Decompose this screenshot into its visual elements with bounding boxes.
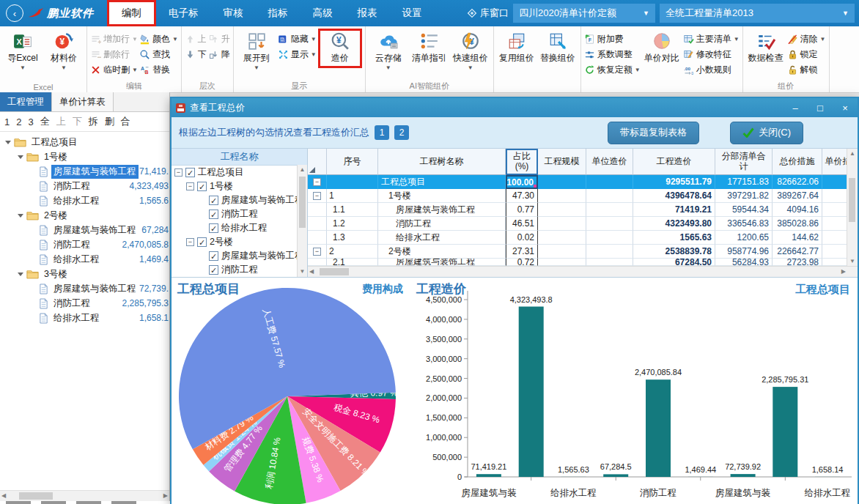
tree-toolbar-button[interactable]: 全: [40, 115, 50, 128]
checkbox[interactable]: ✓: [197, 182, 207, 191]
cell-fill-handle[interactable]: [534, 185, 537, 188]
tree-item[interactable]: 房屋建筑与装饰工程72,739.: [0, 281, 169, 296]
titlebar-tab-0[interactable]: 编制: [107, 0, 156, 26]
table-vscrollbar[interactable]: ▲▼: [847, 149, 858, 267]
decimal-rule-button[interactable]: .000小数规则: [683, 63, 740, 76]
table-row[interactable]: 1.2消防工程46.514323493.80336546.83385028.86: [308, 217, 858, 231]
checkbox[interactable]: ✓: [209, 251, 218, 261]
expand-chevron-icon[interactable]: [5, 141, 11, 144]
expand-to-button[interactable]: 展开到▼: [237, 29, 276, 70]
tree-vscrollbar[interactable]: ▲▼: [297, 165, 307, 277]
tree-toolbar-button[interactable]: 3: [28, 116, 33, 127]
tree-toolbar-button[interactable]: 拆: [89, 115, 98, 128]
table-row[interactable]: 1.3给排水工程0.021565.631200.65144.62: [308, 231, 858, 245]
cost-button[interactable]: ¥造价: [318, 29, 362, 68]
up-button[interactable]: 上: [185, 32, 207, 45]
tree-item[interactable]: 给排水工程1,658.1: [0, 311, 169, 325]
titlebar-tab-4[interactable]: 高级: [301, 0, 345, 26]
dialog-tree-item[interactable]: ✓房屋建筑与装饰工程: [172, 249, 307, 263]
promote-button[interactable]: 升: [208, 32, 230, 45]
add-row-button[interactable]: 增加行▼: [90, 32, 138, 45]
show-button[interactable]: 显示▼: [278, 48, 317, 61]
main-list-button[interactable]: 主要清单▼: [683, 32, 740, 45]
close-dialog-button[interactable]: 关闭(C): [730, 122, 803, 144]
dialog-tree-item[interactable]: ✓给排水工程: [172, 221, 307, 235]
expand-collapse-icon[interactable]: −: [313, 192, 321, 200]
bar[interactable]: [603, 474, 628, 477]
tree-item[interactable]: 给排水工程1,469.4: [0, 252, 169, 267]
scrollbar-thumb[interactable]: [849, 178, 855, 222]
titlebar-tab-2[interactable]: 审核: [211, 0, 256, 26]
checkbox[interactable]: ✓: [197, 237, 207, 247]
temp-delete-button[interactable]: 临时删▼: [90, 63, 138, 76]
hide-button[interactable]: 隐隐藏▼: [278, 32, 317, 45]
lock-button[interactable]: 锁定: [787, 48, 826, 61]
page-button-1[interactable]: 1: [375, 125, 389, 140]
bar[interactable]: [646, 379, 671, 477]
modify-feature-button[interactable]: 修改特征: [683, 48, 740, 61]
tree-item[interactable]: 消防工程4,323,493: [0, 179, 169, 193]
table-row[interactable]: 1.1房屋建筑与装饰工程0.7771419.2159544.344094.16: [308, 203, 858, 217]
quota-library-dropdown[interactable]: 四川2020清单计价定额▼: [513, 4, 655, 23]
copy-table-button[interactable]: 带标题复制表格: [608, 122, 699, 144]
scrollbar-thumb[interactable]: [299, 177, 306, 228]
replace-button[interactable]: AB替换: [139, 63, 178, 76]
list-library-dropdown[interactable]: 全统工程量清单2013▼: [660, 4, 855, 23]
maximize-button[interactable]: □: [808, 98, 833, 117]
bar[interactable]: [773, 387, 797, 477]
minimize-button[interactable]: –: [783, 98, 808, 117]
scrollbar-thumb[interactable]: [320, 268, 349, 275]
checkbox[interactable]: ✓: [209, 223, 218, 233]
find-button[interactable]: 查找: [139, 48, 178, 61]
cloud-button[interactable]: 云存储▼: [369, 29, 408, 70]
scrollbar-thumb[interactable]: [19, 492, 53, 500]
select-all-corner-icon[interactable]: [309, 167, 315, 173]
checkbox[interactable]: ✓: [209, 196, 218, 205]
table-row[interactable]: −11号楼47.304396478.64397291.82389267.64: [308, 189, 858, 203]
table-row[interactable]: −22号楼27.312538839.78958774.96226642.77: [308, 245, 858, 259]
expand-chevron-icon[interactable]: [18, 273, 23, 276]
dialog-tree-item[interactable]: −✓1号楼: [172, 179, 307, 193]
tree-item[interactable]: 消防工程2,285,795.3: [0, 296, 169, 311]
clear-button[interactable]: 清除▼: [787, 32, 826, 45]
bar[interactable]: [476, 474, 501, 477]
left-panel-tab-1[interactable]: 单价计算表: [52, 92, 114, 111]
expand-collapse-icon[interactable]: −: [174, 168, 183, 177]
price-compare-button[interactable]: 单价对比: [642, 29, 682, 64]
surcharge-button[interactable]: F附加费: [584, 32, 641, 45]
excel-button[interactable]: X导Excel▼: [3, 29, 43, 70]
list-guide-button[interactable]: 清单指引: [410, 29, 449, 64]
tree-toolbar-button[interactable]: 上: [56, 115, 66, 128]
titlebar-tab-5[interactable]: 报表: [345, 0, 390, 26]
dialog-tree-item[interactable]: ✓消防工程: [172, 263, 307, 277]
table-row[interactable]: −工程总项目100.009295511.79177151.83826622.06: [308, 175, 858, 189]
close-icon[interactable]: ×: [833, 98, 858, 117]
swap-group-button[interactable]: 替换组价: [538, 29, 578, 64]
expand-chevron-icon[interactable]: [18, 214, 23, 218]
delete-row-button[interactable]: 删除行: [90, 48, 138, 61]
left-panel-hscrollbar[interactable]: ◀▶: [0, 490, 169, 501]
color-button[interactable]: 颜色▼: [139, 32, 178, 45]
tree-item[interactable]: 1号楼: [0, 149, 169, 164]
tree-toolbar-button[interactable]: 删: [105, 115, 114, 128]
unlock-button[interactable]: 解锁: [787, 63, 826, 76]
checkbox[interactable]: ✓: [185, 168, 195, 177]
reuse-group-button[interactable]: 复用组价: [497, 29, 537, 64]
checkbox[interactable]: ✓: [209, 210, 218, 219]
table-hscrollbar[interactable]: ◀▶: [308, 266, 858, 277]
table-row[interactable]: 2.1房屋建筑与装饰工程0.7267284.5056284.932723.98: [308, 259, 858, 266]
bar[interactable]: [519, 307, 544, 478]
tree-item[interactable]: 房屋建筑与装饰工程67,284: [0, 223, 169, 237]
dialog-title-bar[interactable]: 查看工程总价 – □ ×: [172, 98, 858, 117]
checkbox[interactable]: ✓: [209, 265, 218, 275]
quick-price-button[interactable]: ¥快速组价▼: [451, 29, 490, 70]
tree-toolbar-button[interactable]: 下: [73, 115, 82, 128]
restore-quota-button[interactable]: 恢复定额▼: [584, 63, 641, 76]
dialog-tree-item[interactable]: −✓工程总项目: [172, 166, 307, 179]
expand-collapse-icon[interactable]: −: [186, 238, 194, 246]
demote-button[interactable]: 降: [208, 48, 230, 61]
dialog-tree-item[interactable]: −✓2号楼: [172, 235, 307, 249]
tree-item[interactable]: 3号楼: [0, 267, 169, 281]
expand-collapse-icon[interactable]: −: [186, 182, 194, 190]
back-icon[interactable]: ‹: [6, 4, 23, 22]
